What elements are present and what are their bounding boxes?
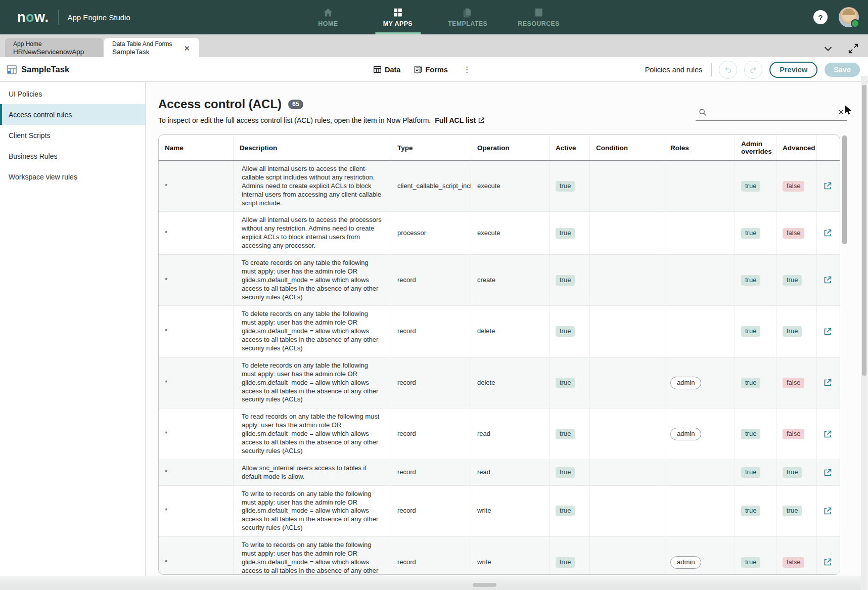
- clear-search-icon[interactable]: ✕: [835, 108, 847, 117]
- home-icon: [323, 7, 333, 18]
- cell-description: To read records on any table the followi…: [233, 409, 391, 459]
- forms-button[interactable]: Forms: [414, 65, 447, 74]
- preview-button[interactable]: Preview: [769, 62, 817, 78]
- table-row: *To delete records on any table the foll…: [159, 357, 840, 408]
- data-grid-icon: [373, 65, 382, 74]
- tab-app-home[interactable]: App Home HRNewServicenowApp: [5, 38, 103, 57]
- cell-operation: delete: [471, 357, 549, 408]
- redo-button[interactable]: [744, 61, 762, 79]
- cell-condition: [589, 255, 664, 305]
- open-record-icon[interactable]: [823, 327, 832, 336]
- cell-admin-overrides: true: [735, 161, 776, 211]
- cell-open-record: [816, 357, 837, 408]
- help-icon[interactable]: ?: [813, 10, 828, 24]
- cell-roles: [664, 486, 735, 536]
- admin-overrides-badge: true: [741, 557, 760, 568]
- avatar-image: [842, 9, 855, 15]
- advanced-badge: false: [783, 429, 804, 439]
- save-button[interactable]: Save: [825, 63, 860, 77]
- cell-active: true: [549, 161, 589, 211]
- advanced-badge: false: [783, 557, 804, 568]
- horizontal-scrollbar[interactable]: [473, 583, 496, 587]
- cell-name: *: [159, 357, 233, 408]
- column-header[interactable]: Advanced: [776, 135, 816, 160]
- cell-operation: read: [471, 460, 549, 485]
- cell-name: *: [159, 306, 233, 356]
- nav-item-resources[interactable]: RESOURCES: [515, 0, 563, 34]
- open-record-icon[interactable]: [823, 378, 832, 387]
- cell-roles: [664, 460, 735, 485]
- column-header[interactable]: Type: [391, 135, 471, 160]
- admin-overrides-badge: true: [741, 429, 760, 439]
- undo-button[interactable]: [719, 61, 737, 79]
- nav-item-templates[interactable]: TEMPLATES: [445, 0, 490, 34]
- cell-roles: admin: [664, 537, 735, 575]
- table-scrollbar[interactable]: [842, 135, 847, 244]
- sidebar-item-workspace-view-rules[interactable]: Workspace view rules: [0, 166, 145, 187]
- cell-admin-overrides: true: [735, 486, 776, 536]
- advanced-badge: false: [783, 181, 804, 192]
- external-link-icon: [478, 117, 485, 124]
- open-record-icon[interactable]: [823, 507, 832, 516]
- open-record-icon[interactable]: [823, 181, 832, 191]
- column-header[interactable]: Description: [233, 135, 391, 160]
- column-header[interactable]: Admin overrides: [735, 135, 776, 160]
- active-badge: true: [556, 326, 575, 337]
- cell-open-record: [816, 255, 837, 305]
- now-logo[interactable]: now.: [17, 10, 49, 25]
- expand-icon[interactable]: [848, 43, 859, 54]
- sidebar-item-business-rules[interactable]: Business Rules: [0, 146, 145, 166]
- open-record-icon[interactable]: [823, 276, 832, 285]
- full-acl-list-link[interactable]: Full ACL list: [435, 116, 485, 124]
- cell-operation: execute: [471, 161, 549, 211]
- policies-and-rules-label: Policies and rules: [645, 66, 703, 74]
- cell-condition: [589, 212, 664, 254]
- column-header[interactable]: Operation: [471, 135, 549, 160]
- admin-overrides-badge: true: [741, 181, 760, 192]
- acl-search: ✕: [696, 104, 847, 121]
- cell-admin-overrides: true: [735, 306, 776, 356]
- avatar[interactable]: [839, 7, 859, 27]
- data-button[interactable]: Data: [373, 65, 400, 74]
- more-options-icon[interactable]: ⋮: [461, 65, 473, 74]
- nav-item-my-apps[interactable]: MY APPS: [375, 0, 421, 34]
- table-row: *To write to records on any table the fo…: [159, 485, 840, 536]
- sidebar-item-access-control-rules[interactable]: Access control rules: [0, 104, 145, 125]
- cell-active: true: [549, 460, 589, 485]
- tab-data-table-and-forms[interactable]: Data Table And Forms SampleTask ✕: [104, 38, 199, 57]
- cell-open-record: [816, 306, 837, 356]
- open-record-icon[interactable]: [823, 229, 832, 238]
- column-header[interactable]: Condition: [589, 135, 664, 160]
- column-header[interactable]: Name: [159, 135, 233, 160]
- cell-condition: [589, 409, 664, 459]
- open-record-icon[interactable]: [823, 468, 832, 477]
- cell-roles: [664, 255, 735, 305]
- column-header[interactable]: Active: [549, 135, 589, 160]
- close-icon[interactable]: ✕: [181, 43, 192, 54]
- cell-admin-overrides: true: [735, 537, 776, 575]
- sidebar-item-client-scripts[interactable]: Client Scripts: [0, 125, 145, 146]
- cell-description: To create records on any table the follo…: [233, 255, 391, 305]
- role-pill: admin: [670, 428, 701, 440]
- cell-advanced: true: [776, 460, 816, 485]
- cell-name: *: [159, 486, 233, 536]
- search-input[interactable]: [710, 106, 832, 119]
- active-badge: true: [556, 506, 575, 516]
- column-header[interactable]: Roles: [664, 135, 735, 160]
- search-icon: [699, 108, 707, 116]
- cell-open-record: [816, 486, 837, 536]
- nav-item-home[interactable]: HOME: [305, 0, 351, 34]
- cell-condition: [589, 460, 664, 485]
- open-record-icon[interactable]: [823, 430, 832, 439]
- acl-count-badge: 65: [288, 100, 303, 109]
- page-scrollbar[interactable]: [862, 85, 866, 376]
- cell-description: Allow all internal users to access the p…: [233, 212, 391, 254]
- cell-open-record: [816, 212, 837, 254]
- cell-type: record: [391, 409, 471, 459]
- cell-advanced: true: [776, 255, 816, 305]
- sidebar-item-ui-policies[interactable]: UI Policies: [0, 83, 145, 104]
- chevron-down-icon[interactable]: [823, 43, 834, 54]
- cell-condition: [589, 161, 664, 211]
- open-record-icon[interactable]: [823, 558, 832, 567]
- cell-description: To write to records on any table the fol…: [233, 486, 391, 536]
